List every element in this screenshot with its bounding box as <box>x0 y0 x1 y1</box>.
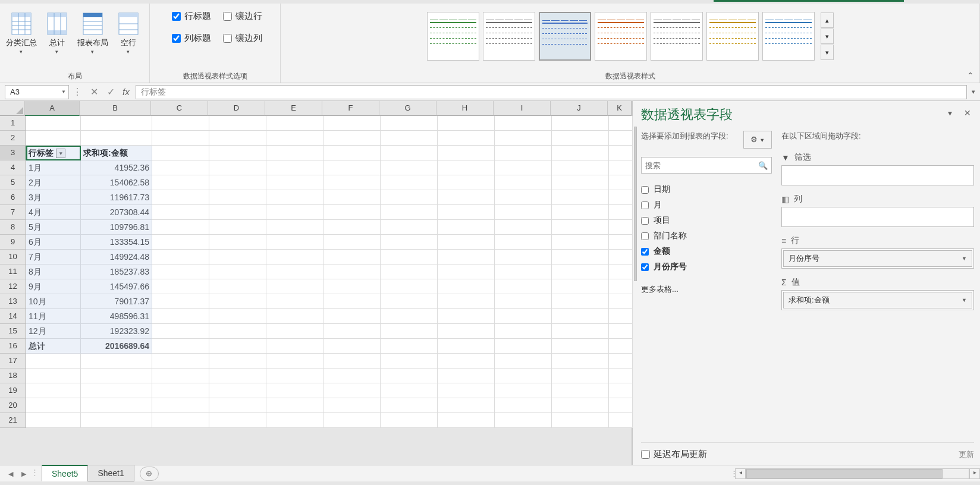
field-item[interactable]: 部门名称 <box>641 231 772 241</box>
cell[interactable] <box>438 279 495 294</box>
cell[interactable] <box>438 160 495 175</box>
cell[interactable] <box>323 116 381 131</box>
cell[interactable] <box>552 309 609 324</box>
cell[interactable] <box>495 279 552 294</box>
cell[interactable] <box>381 398 438 413</box>
cell[interactable] <box>323 354 381 369</box>
cell[interactable] <box>266 369 323 383</box>
cell[interactable] <box>152 383 209 398</box>
cell[interactable] <box>552 383 609 398</box>
cell[interactable] <box>81 413 152 428</box>
column-header[interactable]: B <box>80 101 151 116</box>
filters-area-well[interactable] <box>781 165 974 185</box>
cell[interactable] <box>323 264 381 279</box>
cell[interactable] <box>323 190 381 205</box>
cell[interactable] <box>266 235 323 250</box>
cell[interactable] <box>552 235 609 250</box>
cell[interactable] <box>381 220 438 235</box>
column-header[interactable]: J <box>551 101 608 116</box>
cell[interactable] <box>381 339 438 354</box>
cell[interactable] <box>81 354 152 369</box>
cell[interactable] <box>495 383 552 398</box>
cell[interactable] <box>381 279 438 294</box>
cell[interactable] <box>209 175 266 190</box>
cell[interactable] <box>266 383 323 398</box>
cell[interactable] <box>552 413 609 428</box>
formula-bar-expand[interactable]: ▾ <box>967 88 980 96</box>
cell[interactable] <box>438 175 495 190</box>
cell[interactable] <box>438 309 495 324</box>
rows-area-well[interactable]: 月份序号▼ <box>781 248 974 269</box>
cell[interactable] <box>438 131 495 146</box>
cell[interactable] <box>495 250 552 264</box>
cell[interactable] <box>152 339 209 354</box>
row-header[interactable]: 19 <box>0 383 26 398</box>
cell[interactable]: 2月 <box>26 175 81 190</box>
cell[interactable]: 10月 <box>26 294 81 309</box>
cell[interactable] <box>381 264 438 279</box>
pivotstyle-thumb[interactable] <box>762 12 815 61</box>
cell[interactable] <box>209 116 266 131</box>
cell[interactable]: 12月 <box>26 324 81 339</box>
cell[interactable] <box>152 413 209 428</box>
cell[interactable]: 3月 <box>26 190 81 205</box>
cell[interactable] <box>152 146 209 160</box>
cell[interactable]: 行标签▾ <box>26 146 81 160</box>
select-all-corner[interactable] <box>0 101 25 116</box>
new-sheet-button[interactable]: ⊕ <box>140 467 159 481</box>
cell[interactable] <box>552 339 609 354</box>
cell[interactable] <box>552 294 609 309</box>
cell[interactable] <box>266 413 323 428</box>
cell[interactable]: 6月 <box>26 235 81 250</box>
ribbon-collapse-button[interactable]: ⌃ <box>967 71 974 80</box>
cell[interactable]: 5月 <box>26 220 81 235</box>
cell[interactable] <box>209 324 266 339</box>
cell[interactable]: 207308.44 <box>81 205 152 220</box>
cell[interactable] <box>381 250 438 264</box>
cell[interactable] <box>495 235 552 250</box>
row-header[interactable]: 20 <box>0 398 26 413</box>
cell[interactable] <box>323 146 381 160</box>
formula-input[interactable]: 行标签 <box>136 85 967 99</box>
cell[interactable] <box>552 175 609 190</box>
cell[interactable] <box>609 205 633 220</box>
row-header[interactable]: 6 <box>0 190 26 205</box>
cell[interactable] <box>323 413 381 428</box>
cell[interactable]: 185237.83 <box>81 264 152 279</box>
cell[interactable] <box>81 131 152 146</box>
cell[interactable] <box>209 279 266 294</box>
cell[interactable] <box>381 235 438 250</box>
row-header[interactable]: 3 <box>0 146 26 160</box>
pivot-filter-button[interactable]: ▾ <box>56 149 65 158</box>
sheet-tab[interactable]: Sheet1 <box>87 465 134 481</box>
cell[interactable] <box>26 131 81 146</box>
cell[interactable] <box>266 279 323 294</box>
row-header[interactable]: 17 <box>0 354 26 369</box>
cell[interactable] <box>323 279 381 294</box>
cell[interactable] <box>152 205 209 220</box>
name-box[interactable]: A3▼ <box>5 85 69 99</box>
cell[interactable] <box>152 190 209 205</box>
vertical-scrollbar[interactable]: ▴ ▾ <box>633 116 637 465</box>
cell[interactable] <box>438 146 495 160</box>
cell[interactable] <box>323 175 381 190</box>
blankrows-button[interactable]: 空行 ▾ <box>112 7 145 63</box>
row-header[interactable]: 4 <box>0 160 26 175</box>
row-header[interactable]: 21 <box>0 413 26 428</box>
cell[interactable] <box>495 131 552 146</box>
cell[interactable] <box>323 235 381 250</box>
sheet-tab-active[interactable]: Sheet5 <box>42 465 88 481</box>
cell[interactable] <box>381 205 438 220</box>
cell[interactable] <box>209 131 266 146</box>
cell[interactable] <box>609 294 633 309</box>
row-header[interactable]: 1 <box>0 116 26 131</box>
column-header[interactable]: K <box>608 101 632 116</box>
cell[interactable] <box>152 264 209 279</box>
gallery-scroll-up[interactable]: ▴ <box>821 12 834 28</box>
pivotstyle-thumb[interactable] <box>483 12 535 61</box>
row-header[interactable]: 7 <box>0 205 26 220</box>
cell[interactable]: 7月 <box>26 250 81 264</box>
cell[interactable] <box>381 369 438 383</box>
cell[interactable] <box>609 324 633 339</box>
hscroll-left[interactable]: ◂ <box>735 468 746 479</box>
